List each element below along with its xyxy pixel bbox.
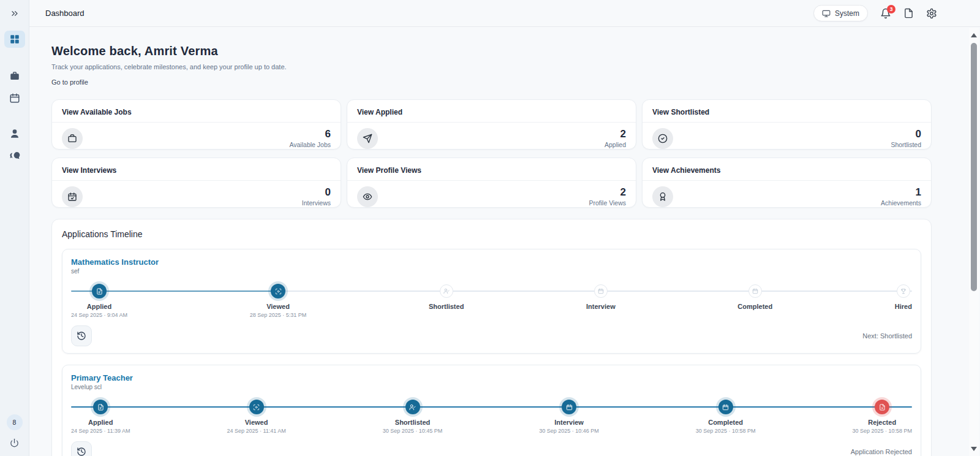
stat-icon-circle <box>62 128 83 149</box>
history-button[interactable] <box>71 441 92 456</box>
scrollbar[interactable] <box>969 28 979 456</box>
scroll-down-icon[interactable] <box>971 447 977 451</box>
sidebar-item-profile[interactable] <box>4 125 25 142</box>
timeline-step-rejected: Rejected 30 Sep 2025 · 10:58 PM <box>852 400 912 434</box>
history-icon <box>77 331 86 341</box>
file-text-icon <box>96 288 103 295</box>
timeline-steps-row: Applied 24 Sep 2025 · 11:39 AM Viewed 24… <box>71 400 912 434</box>
timeline-step-completed: Completed 30 Sep 2025 · 10:58 PM <box>696 400 756 434</box>
header-actions: System 3 <box>813 5 937 21</box>
job-title-link[interactable]: Primary Teacher <box>71 373 912 382</box>
step-label: Rejected <box>868 419 896 426</box>
step-node-done <box>562 400 576 414</box>
send-icon <box>363 134 372 143</box>
theme-toggle-label: System <box>835 9 859 18</box>
calendar-icon <box>9 93 20 104</box>
sidebar-bottom: 8 <box>7 414 23 447</box>
timeline-step-completed: Completed <box>737 284 772 318</box>
stat-card[interactable]: View Achievements 1 Achievements <box>642 158 932 208</box>
documents-button[interactable] <box>903 8 914 18</box>
stat-card[interactable]: View Interviews 0 Interviews <box>51 158 341 208</box>
file-x-icon <box>879 404 886 411</box>
stat-value: 2 <box>605 129 626 140</box>
go-to-profile-link[interactable]: Go to profile <box>51 78 88 86</box>
stat-card-header: View Interviews <box>52 158 341 181</box>
sidebar-item-dashboard[interactable] <box>4 31 25 48</box>
calendar-check-icon <box>67 192 77 202</box>
file-icon <box>903 8 914 18</box>
stat-icon-circle <box>652 186 673 207</box>
step-node-rejected <box>875 400 889 414</box>
user-solid-icon <box>9 128 20 139</box>
scroll-up-icon[interactable] <box>971 33 977 37</box>
job-title-link[interactable]: Mathematics Instructor <box>71 257 912 267</box>
application-card-footer: Application Rejected <box>71 441 912 456</box>
stat-label: Profile Views <box>589 199 627 207</box>
stat-card-body: 2 Profile Views <box>347 181 636 207</box>
history-icon <box>77 447 86 456</box>
eye-icon <box>363 192 372 202</box>
stat-label: Applied <box>605 141 626 148</box>
briefcase-icon <box>67 134 77 143</box>
stat-icon-circle <box>357 186 378 207</box>
power-icon <box>10 438 19 447</box>
stat-icon-circle <box>357 128 378 149</box>
step-node-pending <box>440 284 453 298</box>
step-date: 30 Sep 2025 · 10:45 PM <box>383 428 443 434</box>
stat-value: 0 <box>302 187 331 199</box>
sidebar-item-messages[interactable] <box>4 147 25 164</box>
step-node-done <box>249 400 264 414</box>
timeline-steps-row: Applied 24 Sep 2025 · 9:04 AM Viewed 28 … <box>71 284 912 318</box>
theme-toggle-button[interactable]: System <box>813 5 868 21</box>
stat-card-title: View Profile Views <box>357 166 421 175</box>
header: Dashboard System 3 <box>29 0 980 27</box>
stat-label: Achievements <box>881 199 921 207</box>
job-company: sef <box>71 268 912 275</box>
stat-value-block: 6 Available Jobs <box>289 129 331 148</box>
stat-card-body: 2 Applied <box>347 123 636 149</box>
stat-card-body: 0 Shortlisted <box>643 123 931 149</box>
user-check-icon <box>409 404 416 411</box>
step-date: 24 Sep 2025 · 11:39 AM <box>71 428 130 434</box>
step-node-pending <box>594 284 608 298</box>
notifications-button[interactable]: 3 <box>880 8 891 19</box>
stat-value: 1 <box>881 187 921 199</box>
sidebar-nav <box>4 31 25 164</box>
timeline-panel: Applications Timeline Mathematics Instru… <box>51 219 932 456</box>
stat-value: 0 <box>891 129 921 140</box>
stat-card-body: 0 Interviews <box>52 181 341 207</box>
stat-card-header: View Shortlisted <box>643 100 931 123</box>
gear-icon <box>926 8 937 19</box>
stat-card[interactable]: View Profile Views 2 Profile Views <box>347 158 636 208</box>
grid-icon <box>9 34 20 45</box>
step-label: Viewed <box>245 419 268 426</box>
welcome-title: Welcome back, Amrit Verma <box>51 44 932 58</box>
avatar[interactable]: 8 <box>7 414 23 430</box>
stat-value-block: 1 Achievements <box>881 187 921 207</box>
history-button[interactable] <box>71 325 92 346</box>
stat-card-title: View Available Jobs <box>62 108 132 116</box>
stat-card[interactable]: View Available Jobs 6 Available Jobs <box>51 99 341 150</box>
timeline-step-interview: Interview <box>586 284 616 318</box>
monitor-icon <box>822 9 831 18</box>
stat-card-title: View Applied <box>357 108 402 116</box>
stat-card[interactable]: View Shortlisted 0 Shortlisted <box>642 99 932 150</box>
chat-solid-icon <box>9 150 20 161</box>
sidebar-item-calendar[interactable] <box>4 89 25 107</box>
timeline-step-shortlisted: Shortlisted 30 Sep 2025 · 10:45 PM <box>383 400 443 434</box>
content: Welcome back, Amrit Verma Track your app… <box>29 27 980 456</box>
sidebar-item-jobs[interactable] <box>4 67 25 85</box>
welcome-subtitle: Track your applications, celebrate miles… <box>51 63 932 70</box>
logout-button[interactable] <box>10 438 19 447</box>
timeline-step-hired: Hired <box>895 284 912 318</box>
stat-card[interactable]: View Applied 2 Applied <box>347 99 636 150</box>
scrollbar-thumb[interactable] <box>971 43 977 291</box>
step-label: Viewed <box>266 303 290 310</box>
step-date: 30 Sep 2025 · 10:46 PM <box>539 428 599 434</box>
stat-label: Available Jobs <box>289 141 331 148</box>
stat-value-block: 0 Interviews <box>302 187 331 207</box>
settings-button[interactable] <box>926 8 937 19</box>
stat-label: Interviews <box>302 199 331 207</box>
sidebar-expand-button[interactable] <box>9 7 21 20</box>
step-node-done <box>92 284 107 298</box>
